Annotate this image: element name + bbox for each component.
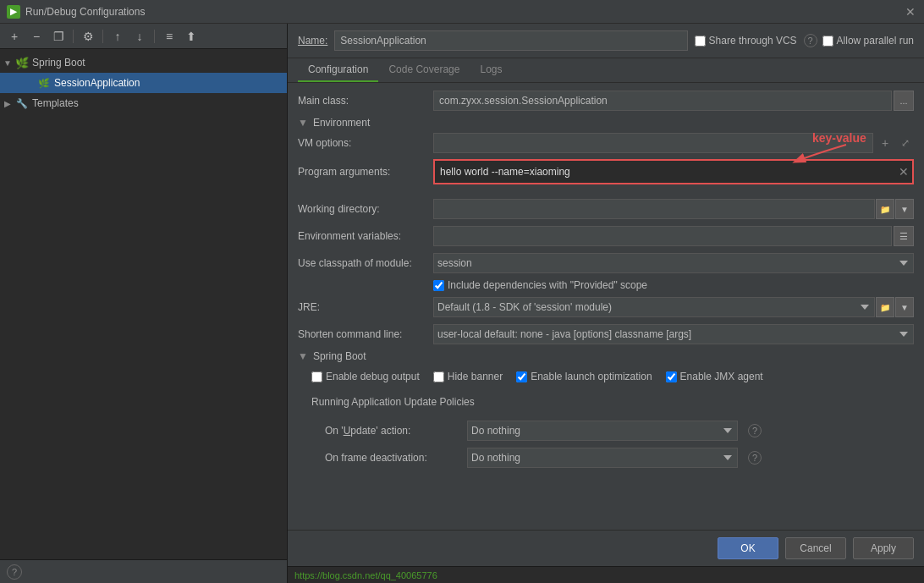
spring-boot-options-row: Enable debug output Hide banner Enable l… (298, 366, 914, 388)
cancel-button[interactable]: Cancel (785, 537, 846, 559)
jre-container: Default (1.8 - SDK of 'session' module) … (433, 297, 914, 317)
enable-launch-checkbox[interactable] (516, 371, 527, 382)
tab-code-coverage[interactable]: Code Coverage (378, 58, 470, 82)
app-icon: ▶ (7, 5, 20, 19)
spring-boot-section: ▼ Spring Boot Enable debug output Hide b… (298, 350, 914, 469)
config-tree: ▼ 🌿 Spring Boot 🌿 SessionApplication ▶ 🔧… (0, 49, 287, 559)
env-variables-row: Environment variables: ☰ (298, 225, 914, 247)
left-panel: + − ❐ ⚙ ↑ ↓ ≡ ⬆ (0, 24, 288, 583)
templates-label: Templates (32, 97, 283, 109)
jre-browse-button[interactable]: 📁 (876, 297, 894, 317)
working-directory-row: Working directory: 📁 ▼ (298, 198, 914, 220)
status-text: https://blog.csdn.net/qq_40065776 (294, 570, 437, 580)
tree-item-session-application[interactable]: 🌿 SessionApplication (0, 73, 287, 93)
sort-button[interactable]: ≡ (160, 27, 179, 46)
vm-options-add-button[interactable]: + (877, 135, 894, 151)
enable-jmx-checkbox[interactable] (666, 371, 677, 382)
jre-select[interactable]: Default (1.8 - SDK of 'session' module) (433, 297, 875, 317)
main-class-input[interactable] (433, 91, 892, 111)
toolbar-separator (73, 30, 74, 43)
on-frame-container: Do nothing (467, 448, 738, 468)
arrow-down-button[interactable]: ↓ (130, 27, 149, 46)
name-input[interactable] (334, 30, 687, 51)
session-application-label: SessionApplication (54, 77, 283, 89)
action-buttons: OK Cancel Apply (288, 530, 924, 566)
hide-banner-checkbox[interactable] (433, 371, 444, 382)
env-variables-input[interactable] (433, 226, 892, 246)
env-variables-label: Environment variables: (298, 230, 433, 242)
vm-options-label: VM options: (298, 137, 433, 149)
jre-dropdown-button[interactable]: ▼ (895, 297, 914, 317)
spring-boot-group-label: Spring Boot (32, 57, 283, 69)
copy-config-button[interactable]: ❐ (49, 27, 68, 46)
environment-section-header[interactable]: ▼ Environment (298, 117, 914, 129)
classpath-select[interactable]: session (433, 253, 914, 273)
tab-configuration[interactable]: Configuration (298, 58, 378, 82)
on-frame-help-icon[interactable]: ? (748, 451, 762, 465)
help-button[interactable]: ? (7, 564, 22, 580)
include-dependencies-label: Include dependencies with "Provided" sco… (448, 279, 647, 291)
env-variables-edit-button[interactable]: ☰ (894, 226, 914, 246)
dialog-title: Run/Debug Configurations (25, 6, 145, 18)
templates-icon: 🔧 (15, 96, 29, 110)
enable-launch-checkbox-item: Enable launch optimization (516, 371, 652, 382)
apply-button[interactable]: Apply (853, 537, 914, 559)
working-directory-open-button[interactable]: 📁 (876, 199, 894, 219)
allow-parallel-checkbox-item: Allow parallel run (822, 35, 914, 47)
close-button[interactable]: ✕ (904, 5, 917, 19)
program-arguments-clear-icon[interactable]: ✕ (899, 165, 909, 179)
ok-button[interactable]: OK (718, 537, 778, 559)
allow-parallel-checkbox[interactable] (822, 36, 833, 47)
main-layout: + − ❐ ⚙ ↑ ↓ ≡ ⬆ (0, 24, 924, 583)
program-arguments-row: Program arguments: ✕ key-value (298, 159, 914, 184)
share-vcs-help-icon[interactable]: ? (804, 34, 817, 47)
working-directory-input[interactable] (433, 199, 875, 219)
spring-boot-arrow-icon: ▼ (298, 350, 308, 362)
tabs-row: Configuration Code Coverage Logs (288, 58, 924, 83)
jre-row: JRE: Default (1.8 - SDK of 'session' mod… (298, 296, 914, 318)
program-arguments-input[interactable] (435, 161, 912, 183)
enable-debug-label: Enable debug output (326, 371, 420, 382)
toolbar-separator-3 (154, 30, 155, 43)
spring-boot-icon: 🌿 (15, 56, 29, 69)
shorten-cmd-label: Shorten command line: (298, 328, 433, 340)
spring-boot-section-title: Spring Boot (313, 350, 366, 362)
shorten-cmd-container: user-local default: none - java [options… (433, 324, 914, 344)
hide-banner-checkbox-item: Hide banner (433, 371, 503, 382)
enable-debug-checkbox[interactable] (311, 371, 322, 382)
share-vcs-checkbox[interactable] (695, 36, 706, 47)
share-vcs-label: Share through VCS (709, 35, 797, 47)
on-frame-select[interactable]: Do nothing (467, 448, 738, 468)
arrow-up-button[interactable]: ↑ (108, 27, 127, 46)
on-update-select[interactable]: Do nothing (467, 421, 738, 441)
classpath-container: session (433, 253, 914, 273)
tree-arrow-templates: ▶ (3, 99, 12, 107)
move-button[interactable]: ⬆ (182, 27, 201, 46)
name-label: Name: (298, 35, 327, 47)
jre-label: JRE: (298, 301, 433, 313)
title-bar: ▶ Run/Debug Configurations ✕ (0, 0, 924, 24)
settings-button[interactable]: ⚙ (79, 27, 97, 46)
shorten-cmd-row: Shorten command line: user-local default… (298, 323, 914, 345)
enable-debug-checkbox-item: Enable debug output (311, 371, 420, 382)
tree-arrow-spring-boot: ▼ (3, 58, 12, 67)
policy-title-row: Running Application Update Policies (298, 393, 914, 415)
tree-item-templates[interactable]: ▶ 🔧 Templates (0, 93, 287, 113)
working-directory-dropdown-button[interactable]: ▼ (895, 199, 914, 219)
hide-banner-label: Hide banner (448, 371, 503, 382)
title-bar-left: ▶ Run/Debug Configurations (7, 5, 145, 19)
remove-config-button[interactable]: − (27, 27, 46, 46)
enable-launch-label: Enable launch optimization (531, 371, 652, 382)
main-class-browse-button[interactable]: ... (894, 91, 914, 111)
add-config-button[interactable]: + (5, 27, 24, 46)
tree-group-spring-boot[interactable]: ▼ 🌿 Spring Boot (0, 52, 287, 73)
tab-logs[interactable]: Logs (470, 58, 512, 82)
spring-boot-section-header[interactable]: ▼ Spring Boot (298, 350, 914, 362)
program-arguments-container: ✕ (433, 159, 914, 184)
vm-options-row: VM options: + ⤢ (298, 132, 914, 154)
include-dependencies-checkbox[interactable] (433, 280, 444, 291)
on-update-help-icon[interactable]: ? (748, 424, 762, 437)
shorten-cmd-select[interactable]: user-local default: none - java [options… (433, 324, 914, 344)
vm-options-input[interactable] (433, 133, 873, 153)
vm-options-expand-button[interactable]: ⤢ (897, 135, 914, 151)
